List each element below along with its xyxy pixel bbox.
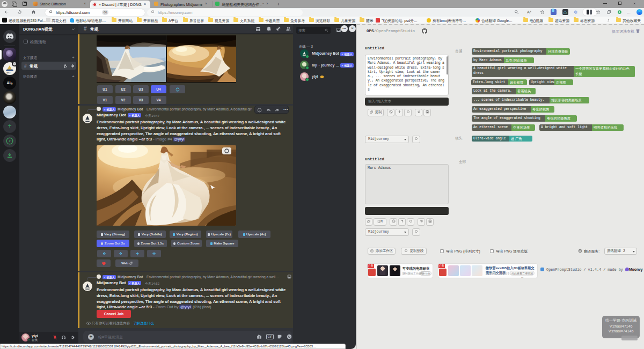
svg-text:ART: ART xyxy=(6,71,11,74)
